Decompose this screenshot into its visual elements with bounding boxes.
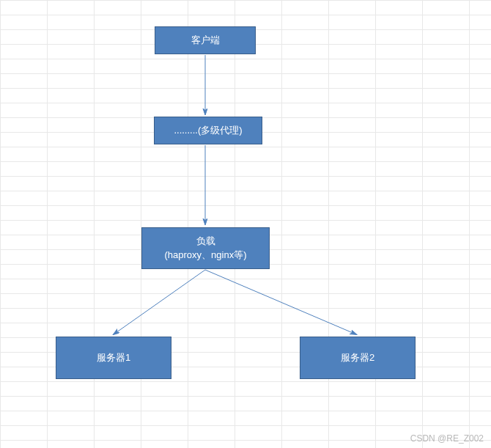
node-load-balancer: 负载 (haproxy、nginx等) (141, 227, 270, 269)
watermark: CSDN @RE_Z002 (410, 433, 484, 444)
node-client-label: 客户端 (191, 34, 220, 47)
node-server1: 服务器1 (56, 337, 171, 379)
node-server1-label: 服务器1 (97, 351, 130, 364)
node-proxy-label: .........(多级代理) (174, 124, 242, 137)
spreadsheet-grid (0, 0, 491, 448)
node-server2: 服务器2 (300, 337, 416, 379)
node-lb-line2: (haproxy、nginx等) (165, 249, 247, 262)
node-client: 客户端 (155, 26, 256, 54)
watermark-prefix: CSDN (410, 433, 438, 444)
watermark-author: @RE_Z002 (438, 433, 484, 444)
node-lb-line1: 负载 (196, 235, 215, 248)
node-proxy: .........(多级代理) (154, 117, 262, 144)
node-server2-label: 服务器2 (341, 351, 374, 364)
